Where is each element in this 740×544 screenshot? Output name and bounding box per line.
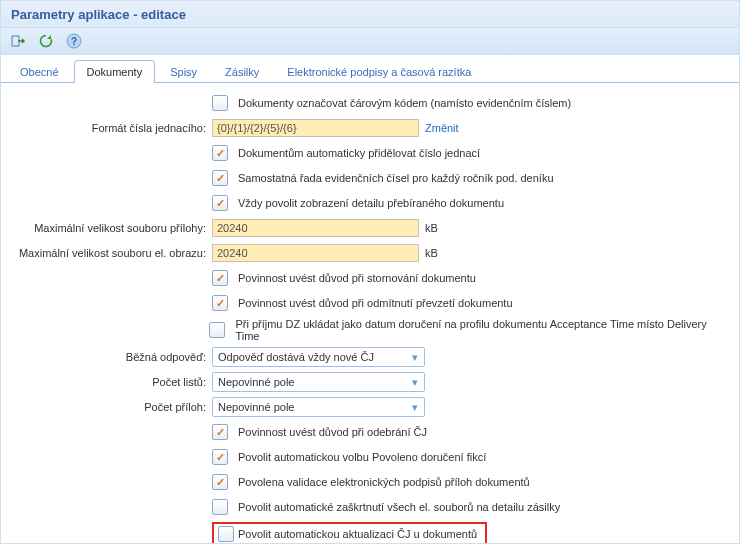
barcode-label: Dokumenty označovat čárovým kódem (namís… xyxy=(238,97,571,109)
max-image-unit: kB xyxy=(425,247,438,259)
auto-fiction-checkbox[interactable] xyxy=(212,449,228,465)
chevron-down-icon: ▾ xyxy=(408,375,422,389)
auto-fiction-label: Povolit automatickou volbu Povoleno doru… xyxy=(238,451,486,463)
toolbar-help-button[interactable]: ? xyxy=(63,30,85,52)
auto-update-cj-label: Povolit automatickou aktualizaci ČJ u do… xyxy=(238,528,481,540)
max-image-label: Maximální velikost souboru el. obrazu: xyxy=(1,247,212,259)
tab-obecne[interactable]: Obecné xyxy=(7,60,72,83)
toolbar: ? xyxy=(1,28,739,55)
svg-text:?: ? xyxy=(71,36,77,47)
sheet-count-value: Nepovinné pole xyxy=(218,376,294,388)
toolbar-exit-button[interactable] xyxy=(7,30,29,52)
common-reply-label: Běžná odpověď: xyxy=(1,351,212,363)
autoassign-label: Dokumentům automaticky přidělovat číslo … xyxy=(238,147,480,159)
number-format-label: Formát čísla jednacího: xyxy=(1,122,212,134)
tab-zasilky[interactable]: Zásilky xyxy=(212,60,272,83)
tab-bar: Obecné Dokumenty Spisy Zásilky Elektroni… xyxy=(1,55,739,83)
acceptance-time-checkbox[interactable] xyxy=(209,322,225,338)
max-attachment-label: Maximální velikost souboru přílohy: xyxy=(1,222,212,234)
attachment-count-select[interactable]: Nepovinné pole ▾ xyxy=(212,397,425,417)
form-area: Dokumenty označovat čárovým kódem (namís… xyxy=(1,83,739,544)
refuse-reason-label: Povinnost uvést důvod při odmítnutí přev… xyxy=(238,297,513,309)
refuse-reason-checkbox[interactable] xyxy=(212,295,228,311)
number-format-change-link[interactable]: Změnit xyxy=(425,122,459,134)
chevron-down-icon: ▾ xyxy=(408,400,422,414)
attachment-count-value: Nepovinné pole xyxy=(218,401,294,413)
autocheck-files-checkbox[interactable] xyxy=(212,499,228,515)
sheet-count-select[interactable]: Nepovinné pole ▾ xyxy=(212,372,425,392)
common-reply-select[interactable]: Odpověď dostává vždy nové ČJ ▾ xyxy=(212,347,425,367)
tab-spisy[interactable]: Spisy xyxy=(157,60,210,83)
barcode-checkbox[interactable] xyxy=(212,95,228,111)
common-reply-value: Odpověď dostává vždy nové ČJ xyxy=(218,351,374,363)
separate-series-checkbox[interactable] xyxy=(212,170,228,186)
signature-validation-checkbox[interactable] xyxy=(212,474,228,490)
number-format-input[interactable] xyxy=(212,119,419,137)
max-image-input[interactable] xyxy=(212,244,419,262)
page-title: Parametry aplikace - editace xyxy=(1,1,739,28)
svg-rect-0 xyxy=(12,36,19,46)
auto-update-cj-checkbox[interactable] xyxy=(218,526,234,542)
sheet-count-label: Počet listů: xyxy=(1,376,212,388)
highlighted-option: Povolit automatickou aktualizaci ČJ u do… xyxy=(212,522,487,544)
storno-reason-label: Povinnost uvést důvod při stornování dok… xyxy=(238,272,476,284)
acceptance-time-label: Při příjmu DZ ukládat jako datum doručen… xyxy=(235,318,727,342)
remove-cj-reason-checkbox[interactable] xyxy=(212,424,228,440)
tab-dokumenty[interactable]: Dokumenty xyxy=(74,60,156,83)
chevron-down-icon: ▾ xyxy=(408,350,422,364)
remove-cj-reason-label: Povinnost uvést důvod při odebrání ČJ xyxy=(238,426,427,438)
max-attachment-input[interactable] xyxy=(212,219,419,237)
max-attachment-unit: kB xyxy=(425,222,438,234)
signature-validation-label: Povolena validace elektronických podpisů… xyxy=(238,476,530,488)
always-show-detail-checkbox[interactable] xyxy=(212,195,228,211)
attachment-count-label: Počet příloh: xyxy=(1,401,212,413)
toolbar-refresh-button[interactable] xyxy=(35,30,57,52)
autoassign-checkbox[interactable] xyxy=(212,145,228,161)
storno-reason-checkbox[interactable] xyxy=(212,270,228,286)
autocheck-files-label: Povolit automatické zaškrtnutí všech el.… xyxy=(238,501,560,513)
tab-podpisy[interactable]: Elektronické podpisy a časová razítka xyxy=(274,60,484,83)
always-show-detail-label: Vždy povolit zobrazení detailu přebírané… xyxy=(238,197,504,209)
separate-series-label: Samostatná řada evidenčních čísel pro ka… xyxy=(238,172,554,184)
